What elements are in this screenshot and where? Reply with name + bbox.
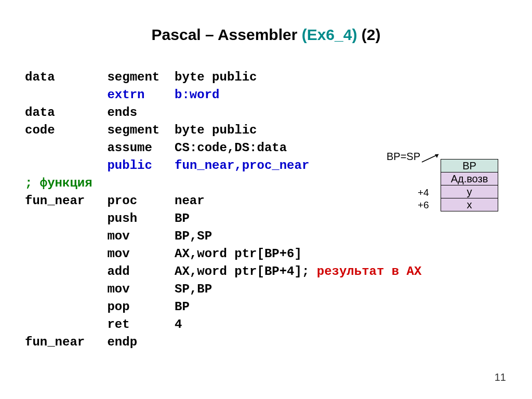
title-part3: (2) [357, 26, 380, 43]
title-teal: (Ex6_4) [302, 26, 357, 43]
code-line: fun_near endp [25, 335, 137, 349]
stack-table: BP Ад.возв y x [441, 159, 498, 211]
stack-row-bp: BP [441, 159, 498, 172]
code-listing: data segment byte public extrn b:word da… [25, 51, 421, 351]
stack-row-y: y [441, 185, 498, 198]
code-line: pop BP [25, 300, 190, 314]
code-line: mov BP,SP [25, 229, 212, 243]
title-part1: Pascal – Assembler [152, 26, 302, 43]
code-line: ret 4 [25, 317, 182, 331]
code-line: add AX,word ptr[BP+4]; результат в AX [25, 264, 421, 278]
code-line: public fun_near,proc_near [25, 158, 309, 172]
page-number: 11 [495, 371, 506, 383]
stack-row-ret: Ад.возв [441, 172, 498, 185]
code-line: extrn b:word [25, 88, 219, 102]
slide-title: Pascal – Assembler (Ex6_4) (2) [0, 26, 532, 44]
offset-4: +4 [418, 187, 429, 198]
bp-sp-label: BP=SP [387, 151, 420, 163]
offset-6: +6 [418, 200, 429, 211]
code-line: data segment byte public [25, 70, 257, 84]
code-line: mov AX,word ptr[BP+6] [25, 247, 302, 261]
stack-row-x: x [441, 198, 498, 211]
code-line: push BP [25, 211, 190, 225]
code-line: data ends [25, 105, 137, 119]
code-line: fun_near proc near [25, 194, 205, 208]
code-line: code segment byte public [25, 123, 257, 137]
code-line: ; функция [25, 176, 92, 190]
code-line: mov SP,BP [25, 282, 212, 296]
arrow-icon [421, 153, 442, 163]
code-line: assume CS:code,DS:data [25, 141, 287, 155]
